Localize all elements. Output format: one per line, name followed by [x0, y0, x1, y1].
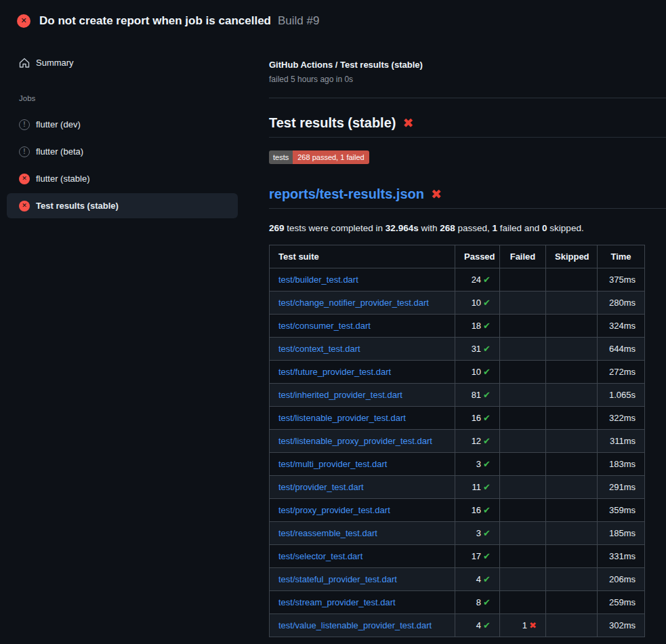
- time-value: 259ms: [598, 591, 645, 614]
- time-value: 324ms: [598, 315, 645, 338]
- test-suite-link[interactable]: test/consumer_test.dart: [278, 321, 371, 331]
- report-file-heading: reports/test-results.json ✖: [269, 186, 666, 209]
- check-title-text: Test results (stable): [269, 115, 396, 131]
- failed-count: 1: [493, 223, 498, 233]
- build-number: Build #9: [278, 14, 319, 28]
- header-divider: [269, 98, 666, 98]
- sidebar-item-test-results-stable[interactable]: ✕ Test results (stable): [7, 193, 238, 218]
- check-icon: ✔: [483, 413, 491, 423]
- check-icon: ✔: [483, 505, 491, 515]
- time-value: 359ms: [598, 499, 645, 522]
- total-tests-count: 269: [269, 223, 285, 233]
- passed-value: 11: [472, 482, 482, 492]
- home-icon: [19, 58, 30, 68]
- skipped-value: [546, 268, 598, 291]
- failed-status-icon: ✕: [19, 201, 30, 212]
- skipped-value: [546, 453, 598, 476]
- skipped-value: [546, 407, 598, 430]
- sidebar-item-label: Summary: [36, 58, 74, 68]
- tests-summary-line: 269 tests were completed in 32.964s with…: [269, 223, 666, 233]
- passed-count: 268: [440, 223, 455, 233]
- time-value: 272ms: [598, 361, 645, 384]
- sidebar: Summary Jobs ! flutter (dev) ! flutter (…: [7, 38, 238, 637]
- test-suite-link[interactable]: test/selector_test.dart: [278, 551, 362, 561]
- passed-value: 3: [476, 528, 481, 538]
- jobs-section-label: Jobs: [7, 94, 238, 102]
- column-header-failed: Failed: [500, 245, 546, 268]
- sidebar-item-flutter-stable[interactable]: ✕ flutter (stable): [7, 166, 238, 191]
- report-file-link[interactable]: reports/test-results.json: [269, 186, 424, 202]
- test-suite-link[interactable]: test/multi_provider_test.dart: [278, 459, 387, 469]
- passed-value: 10: [472, 367, 481, 377]
- table-row: test/context_test.dart 31✔ 644ms: [270, 338, 645, 361]
- test-suite-link[interactable]: test/builder_test.dart: [278, 275, 358, 285]
- table-row: test/selector_test.dart 17✔ 331ms: [270, 545, 645, 568]
- skipped-value: [546, 499, 598, 522]
- skipped-value: [546, 476, 598, 499]
- passed-value: 8: [476, 597, 481, 607]
- test-suite-link[interactable]: test/listenable_proxy_provider_test.dart: [278, 436, 432, 446]
- skipped-value: [546, 315, 598, 338]
- check-icon: ✔: [483, 620, 491, 630]
- test-suite-link[interactable]: test/provider_test.dart: [278, 482, 364, 492]
- passed-value: 18: [472, 321, 481, 331]
- test-suite-link[interactable]: test/future_provider_test.dart: [278, 367, 391, 377]
- check-icon: ✔: [483, 459, 491, 469]
- test-suite-link[interactable]: test/inherited_provider_test.dart: [278, 390, 402, 400]
- passed-value: 16: [472, 413, 481, 423]
- time-value: 311ms: [598, 430, 645, 453]
- time-value: 280ms: [598, 291, 645, 315]
- check-icon: ✔: [483, 574, 491, 584]
- test-suite-link[interactable]: test/reassemble_test.dart: [278, 528, 377, 538]
- check-icon: ✔: [483, 482, 491, 492]
- sidebar-item-summary[interactable]: Summary: [7, 50, 238, 75]
- failed-value: 1: [522, 620, 527, 630]
- test-suite-link[interactable]: test/proxy_provider_test.dart: [278, 505, 390, 515]
- table-row: test/builder_test.dart 24✔ 375ms: [270, 268, 645, 291]
- column-header-skipped: Skipped: [546, 245, 598, 268]
- skipped-value: [546, 568, 598, 591]
- table-row: test/value_listenable_provider_test.dart…: [270, 614, 645, 637]
- test-suite-link[interactable]: test/listenable_provider_test.dart: [278, 413, 406, 423]
- test-suite-link[interactable]: test/change_notifier_provider_test.dart: [278, 298, 429, 308]
- summary-text: with: [419, 223, 440, 233]
- summary-text: failed and: [497, 223, 542, 233]
- column-header-time: Time: [598, 245, 645, 268]
- table-row: test/inherited_provider_test.dart 81✔ 1.…: [270, 384, 645, 407]
- failed-x-icon: ✖: [431, 188, 442, 201]
- table-row: test/stateful_provider_test.dart 4✔ 206m…: [270, 568, 645, 591]
- passed-value: 24: [472, 275, 481, 285]
- passed-value: 10: [472, 298, 481, 308]
- badge-label: tests: [269, 150, 293, 164]
- passed-value: 3: [476, 459, 481, 469]
- check-title-heading: Test results (stable) ✖: [269, 115, 666, 138]
- summary-text: passed,: [455, 223, 493, 233]
- time-value: 206ms: [598, 568, 645, 591]
- skipped-value: [546, 614, 598, 637]
- table-row: test/listenable_proxy_provider_test.dart…: [270, 430, 645, 453]
- check-icon: ✔: [483, 367, 491, 377]
- test-suite-link[interactable]: test/stateful_provider_test.dart: [278, 574, 397, 584]
- check-icon: ✔: [483, 275, 491, 285]
- test-suite-link[interactable]: test/context_test.dart: [278, 344, 360, 354]
- check-icon: ✔: [483, 344, 491, 354]
- duration-value: 32.964s: [386, 223, 419, 233]
- sidebar-item-flutter-beta[interactable]: ! flutter (beta): [7, 139, 238, 164]
- breadcrumb: GitHub Actions / Test results (stable): [269, 60, 666, 70]
- run-timing: failed 5 hours ago in 0s: [269, 75, 666, 84]
- time-value: 1.065s: [598, 384, 645, 407]
- table-row: test/change_notifier_provider_test.dart …: [270, 291, 645, 315]
- time-value: 185ms: [598, 522, 645, 545]
- column-header-test-suite: Test suite: [270, 245, 455, 268]
- skipped-value: [546, 522, 598, 545]
- sidebar-item-flutter-dev[interactable]: ! flutter (dev): [7, 112, 238, 137]
- test-suite-link[interactable]: test/stream_provider_test.dart: [278, 597, 396, 607]
- check-run-content: GitHub Actions / Test results (stable) f…: [269, 38, 666, 637]
- test-results-table: Test suite Passed Failed Skipped Time te…: [269, 245, 645, 637]
- test-suite-link[interactable]: test/value_listenable_provider_test.dart: [278, 620, 432, 630]
- check-icon: ✔: [483, 436, 491, 446]
- summary-text: skipped.: [547, 223, 584, 233]
- x-icon: ✖: [529, 620, 537, 630]
- table-row: test/listenable_provider_test.dart 16✔ 3…: [270, 407, 645, 430]
- time-value: 183ms: [598, 453, 645, 476]
